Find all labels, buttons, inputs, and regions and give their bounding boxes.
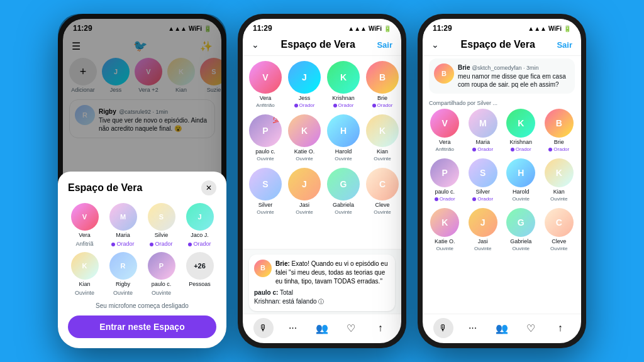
participant-jaco: J Jaco J. Orador [183,203,216,247]
p2-katieo: K Katie O. Ouvinte [288,114,321,162]
p2-jess-role: Orador [294,102,315,108]
back-chevron-3[interactable]: ⌄ [431,40,439,50]
p2-jasi-role: Ouvinte [296,209,313,215]
more-badge: +26 [186,252,214,280]
sair-button-3[interactable]: Sair [557,40,572,50]
p2-brie-role: Orador [372,102,393,108]
back-chevron-2[interactable]: ⌄ [252,40,259,50]
participant-more: +26 Pessoas [183,252,216,296]
signal-icon-3: ▲▲▲ [528,25,547,32]
p-kian-name: Kian [79,281,90,287]
p2-krishnan-name: Krishnan [332,95,355,101]
p-jaco-name: Jaco J. [191,232,209,238]
phone-1: 11:29 ▲▲▲ WiFi 🔋 ☰ 🐦 ✨ + Adicionar [58,14,226,348]
modal-overlay: Espaço de Vera ✕ V Vera Anfitriã M Maria [63,19,221,343]
p-paulo-role: Ouvinte [152,290,171,296]
p2-cleve-name: Cleve [375,202,389,208]
phone-3-screen: 11:29 ▲▲▲ WiFi 🔋 ⌄ Espaço de Vera Sair B… [423,19,581,343]
space-title-3: Espaço de Vera [461,39,535,50]
heart-button-2[interactable]: ♡ [341,318,361,338]
p2-cleve-role: Ouvinte [374,209,391,215]
time-2: 11:29 [253,24,272,33]
p2-katieo-name: Katie O. [294,148,315,155]
tweet-brie-user: Brie [458,64,472,71]
p3-paulo: P paulo c. Orador [429,158,461,202]
participant-vera: V Vera Anfitriã [68,203,101,247]
p-maria-role: Orador [111,241,134,247]
p3-cleve-role: Ouvinte [550,246,568,251]
p3-vera-role: Anfitrião [436,146,454,152]
p2-jasi: J Jasi Ouvinte [288,168,321,215]
status-bar-3: 11:29 ▲▲▲ WiFi 🔋 [423,19,581,35]
p3-krishnan: K Krishnan Orador [505,109,537,152]
p3-katieo: K Katie O. Ouvinte [429,208,461,251]
mic-button-2[interactable]: 🎙 [253,318,274,338]
p2-jasi-name: Jasi [299,202,309,208]
status-bar-2: 11:29 ▲▲▲ WiFi 🔋 [243,19,401,35]
p3-kian-role: Ouvinte [550,196,568,202]
share-button-2[interactable]: ↑ [370,318,391,338]
p2-harold-role: Ouvinte [335,156,352,162]
options-button-2[interactable]: ··· [283,318,303,338]
p2-vera-role: Anfitrião [256,102,274,108]
p3-gabriela: G Gabriela Ouvinte [505,208,537,251]
p3-jasi-name: Jasi [478,238,488,244]
chat-followup-2: paulo c: Total Krishnan: está falando ⓘ [254,288,390,306]
p3-krishnan-role: Orador [511,146,531,152]
chat-section-2: B Brie: Exato! Quando eu vi o episódio e… [243,249,401,314]
p3-harold-role: Ouvinte [512,196,530,202]
p3-paulo-role: Orador [435,196,455,202]
p3-harold-name: Harold [513,189,530,195]
participant-silvie: S Silvie Orador [145,203,178,247]
p2-gabriela-role: Ouvinte [335,209,352,215]
space-title-2: Espaço de Vera [281,39,355,50]
p2-silver-name: Silver [258,202,273,208]
participants-grid-3: V Vera Anfitrião M Maria Orador K Krishn… [429,109,575,251]
tweet-brie-content: meu namor me disse que fica em casa com … [458,73,566,88]
p3-krishnan-name: Krishnan [509,139,532,145]
p3-gabriela-name: Gabriela [510,238,531,244]
heart-button-3[interactable]: ♡ [521,318,541,338]
p2-cleve: C Cleve Ouvinte [366,168,399,215]
people-button-2[interactable]: 👥 [312,318,332,338]
participants-scroll-2: V Vera Anfitrião J Jess Orador K Krishna… [243,56,401,249]
share-button-3[interactable]: ↑ [550,318,570,338]
p2-harold: H Harold Ouvinte [327,114,360,162]
options-button-3[interactable]: ··· [463,318,483,338]
p-jaco-role: Orador [188,241,211,247]
p2-kian: K Kian Ouvinte [366,114,399,162]
participants-scroll-3: V Vera Anfitrião M Maria Orador K Krishn… [423,106,581,314]
status-icons-2: ▲▲▲ WiFi 🔋 [348,25,391,32]
p3-vera: V Vera Anfitrião [429,109,461,152]
shared-label: Compartilhado por Silver ... [423,100,581,106]
p3-kian: K Kian Ouvinte [543,158,575,202]
p2-paulo: P 💯 paulo c. Ouvinte [249,114,282,162]
p3-paulo-name: paulo c. [435,189,455,195]
close-button[interactable]: ✕ [201,180,216,195]
p2-silver-role: Ouvinte [257,209,274,215]
p3-brie-role: Orador [548,146,569,152]
phone-3: 11:29 ▲▲▲ WiFi 🔋 ⌄ Espaço de Vera Sair B… [418,14,586,348]
p2-krishnan: K Krishnan Orador [327,61,360,108]
p2-silver: S Silver Ouvinte [249,168,282,215]
phone-2: 11:29 ▲▲▲ WiFi 🔋 ⌄ Espaço de Vera Sair V [238,14,406,348]
modal-title: Espaço de Vera [68,182,142,194]
p-rigby-role: Ouvinte [113,290,133,296]
enter-space-button[interactable]: Entrar neste Espaço [68,315,216,338]
p-silvie-role: Orador [150,241,172,247]
p3-maria-name: Maria [475,139,490,145]
p-silvie-name: Silvie [155,232,169,238]
p2-gabriela: G Gabriela Ouvinte [327,168,360,215]
p3-katieo-name: Katie O. [435,238,455,244]
mic-button-3[interactable]: 🎙 [433,318,453,338]
people-button-3[interactable]: 👥 [492,318,512,338]
chat-text-2: Brie: Exato! Quando eu vi o episódio eu … [275,260,390,286]
sair-button-2[interactable]: Sair [377,40,392,50]
p3-maria: M Maria Orador [467,109,499,152]
mic-notice: Seu microfone começa desligado [68,302,216,309]
p2-krishnan-role: Orador [333,102,354,108]
p3-katieo-role: Ouvinte [436,246,453,251]
p3-silver-role: Orador [472,196,493,202]
status-icons-3: ▲▲▲ WiFi 🔋 [528,25,571,32]
p2-kian-role: Ouvinte [374,156,391,162]
